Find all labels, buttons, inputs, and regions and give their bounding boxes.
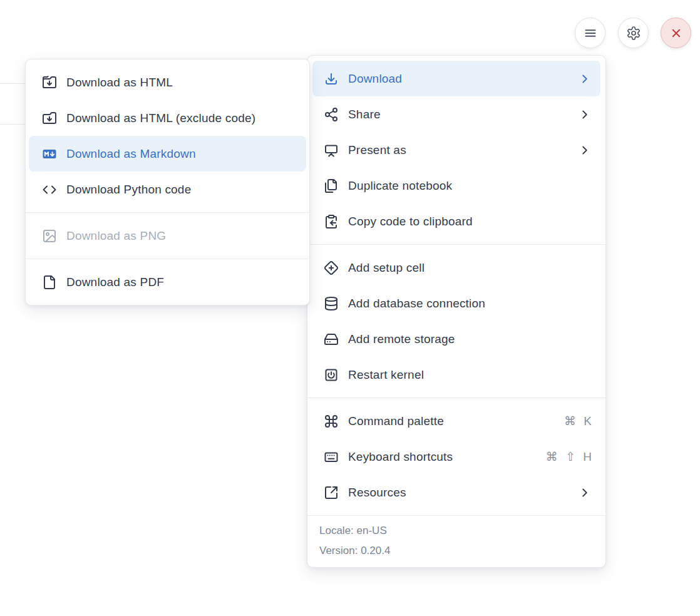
- menu-section-kernel: Add setup cell Add database connection A…: [307, 245, 605, 398]
- gear-icon: [626, 26, 641, 41]
- menu-item-copy-code[interactable]: Copy code to clipboard: [312, 203, 600, 239]
- menu-item-label: Download: [348, 72, 569, 86]
- clipboard-copy-icon: [324, 214, 339, 229]
- background-cell-border: [0, 124, 26, 125]
- shortcut-hint: ⌘ ⇧ H: [546, 449, 592, 464]
- menu-item-add-setup-cell[interactable]: Add setup cell: [312, 250, 600, 285]
- submenu-section-formats: Download as HTML Download as HTML (exclu…: [26, 59, 309, 212]
- duplicate-icon: [324, 178, 339, 193]
- submenu-section-png: Download as PNG: [26, 213, 309, 259]
- menu-item-add-database[interactable]: Add database connection: [312, 285, 600, 321]
- menu-item-resources[interactable]: Resources: [312, 475, 600, 510]
- power-icon: [324, 367, 339, 382]
- code-icon: [42, 182, 57, 197]
- notebook-actions-menu: Download Share Present as: [307, 55, 606, 568]
- share-icon: [324, 107, 339, 122]
- version-info: Version: 0.20.4: [307, 541, 605, 561]
- menu-footer: Locale: en-US Version: 0.20.4: [307, 516, 605, 567]
- hamburger-icon: [583, 26, 598, 41]
- presentation-icon: [324, 143, 339, 158]
- menu-item-add-remote-storage[interactable]: Add remote storage: [312, 321, 600, 357]
- menu-item-download-html-no-code[interactable]: Download as HTML (exclude code): [29, 100, 306, 136]
- close-button[interactable]: [661, 18, 691, 48]
- menu-item-label: Add setup cell: [348, 261, 592, 275]
- notebook-menu-button[interactable]: [575, 18, 605, 48]
- menu-item-label: Restart kernel: [348, 368, 592, 382]
- menu-item-label: Download Python code: [66, 183, 297, 197]
- shortcut-hint: ⌘ K: [564, 414, 592, 428]
- folder-download-icon: [42, 111, 57, 126]
- background-cell-border: [0, 83, 26, 84]
- menu-item-label: Keyboard shortcuts: [348, 450, 537, 464]
- menu-section-share: Download Share Present as: [307, 56, 605, 244]
- database-icon: [324, 296, 339, 311]
- keyboard-icon: [324, 449, 339, 465]
- menu-item-label: Download as Markdown: [66, 147, 297, 161]
- menu-item-label: Duplicate notebook: [348, 179, 592, 193]
- chevron-right-icon: [578, 143, 592, 157]
- submenu-section-pdf: Download as PDF: [26, 259, 309, 305]
- chevron-right-icon: [578, 72, 592, 86]
- menu-item-share[interactable]: Share: [312, 96, 600, 132]
- menu-item-command-palette[interactable]: Command palette ⌘ K: [312, 403, 600, 439]
- external-link-icon: [324, 485, 339, 500]
- folder-download-icon: [42, 75, 57, 90]
- menu-item-label: Add remote storage: [348, 332, 592, 346]
- locale-info: Locale: en-US: [307, 521, 605, 541]
- file-icon: [42, 275, 57, 290]
- image-icon: [42, 228, 57, 244]
- download-icon: [324, 71, 339, 86]
- menu-item-label: Copy code to clipboard: [348, 215, 592, 228]
- chevron-right-icon: [578, 486, 592, 500]
- menu-item-label: Present as: [348, 143, 569, 157]
- command-icon: [324, 414, 339, 429]
- menu-item-label: Command palette: [348, 414, 555, 428]
- settings-button[interactable]: [618, 18, 649, 48]
- menu-item-download-markdown[interactable]: Download as Markdown: [29, 136, 306, 172]
- menu-item-download[interactable]: Download: [312, 61, 600, 96]
- hard-drive-icon: [324, 332, 339, 347]
- menu-item-label: Add database connection: [348, 297, 592, 311]
- menu-item-label: Download as HTML: [66, 76, 297, 90]
- markdown-icon: [42, 146, 57, 162]
- menu-item-label: Download as HTML (exclude code): [66, 111, 297, 125]
- menu-item-download-png[interactable]: Download as PNG: [29, 218, 306, 254]
- close-icon: [669, 26, 684, 41]
- menu-item-keyboard-shortcuts[interactable]: Keyboard shortcuts ⌘ ⇧ H: [312, 439, 600, 475]
- menu-item-label: Share: [348, 108, 569, 121]
- menu-item-download-pdf[interactable]: Download as PDF: [29, 264, 306, 300]
- menu-section-help: Command palette ⌘ K Keyboard shortcuts ⌘…: [307, 398, 605, 515]
- menu-item-label: Download as PDF: [66, 275, 297, 289]
- menu-item-label: Resources: [348, 486, 569, 500]
- download-submenu: Download as HTML Download as HTML (exclu…: [25, 59, 310, 305]
- diamond-plus-icon: [324, 260, 339, 275]
- menu-item-download-html[interactable]: Download as HTML: [29, 64, 306, 100]
- menu-item-restart-kernel[interactable]: Restart kernel: [312, 357, 600, 393]
- chevron-right-icon: [578, 108, 592, 121]
- menu-item-label: Download as PNG: [66, 229, 297, 243]
- menu-item-duplicate-notebook[interactable]: Duplicate notebook: [312, 168, 600, 203]
- menu-item-download-python[interactable]: Download Python code: [29, 172, 306, 207]
- menu-item-present-as[interactable]: Present as: [312, 132, 600, 168]
